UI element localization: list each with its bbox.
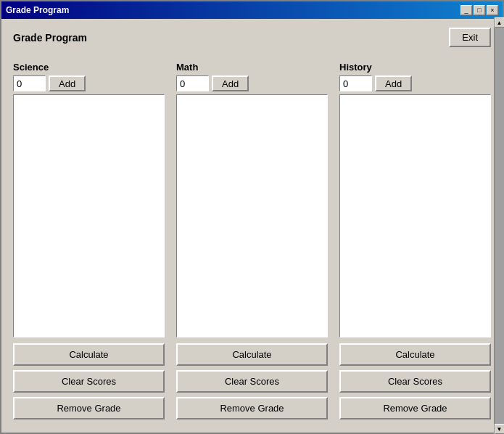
minimize-button[interactable]: _ [460, 5, 472, 15]
column-math: Math Add Calculate Clear Scores Remove G… [176, 62, 328, 424]
window-content: Grade Program Exit Science Add Calculate… [1, 19, 503, 433]
score-list-science [13, 94, 165, 337]
right-scrollbar: ▲ ▼ [494, 17, 504, 434]
score-input-math[interactable] [176, 75, 209, 91]
close-button[interactable]: × [487, 5, 498, 15]
exit-button[interactable]: Exit [449, 28, 491, 47]
remove-grade-button-math[interactable]: Remove Grade [176, 397, 328, 419]
calculate-button-science[interactable]: Calculate [13, 343, 165, 366]
scroll-up-arrow[interactable]: ▲ [495, 17, 505, 28]
column-history: History Add Calculate Clear Scores Remov… [339, 62, 491, 424]
header-row: Grade Program Exit [13, 28, 491, 47]
clear-scores-button-math[interactable]: Clear Scores [176, 370, 328, 393]
maximize-button[interactable]: □ [474, 5, 485, 15]
calculate-button-history[interactable]: Calculate [339, 343, 491, 366]
clear-scores-button-science[interactable]: Clear Scores [13, 370, 165, 393]
remove-grade-button-science[interactable]: Remove Grade [13, 397, 165, 419]
column-science: Science Add Calculate Clear Scores Remov… [13, 62, 165, 424]
score-list-history [339, 94, 491, 337]
title-bar-text: Grade Program [6, 5, 69, 15]
calculate-button-math[interactable]: Calculate [176, 343, 328, 366]
score-input-history[interactable] [339, 75, 372, 91]
add-button-math[interactable]: Add [212, 75, 249, 91]
scroll-down-arrow[interactable]: ▼ [495, 424, 505, 434]
title-bar-controls: _ □ × [460, 5, 498, 15]
title-bar: Grade Program _ □ × [1, 1, 503, 19]
clear-scores-button-history[interactable]: Clear Scores [339, 370, 491, 393]
input-row-math: Add [176, 75, 328, 91]
column-label-science: Science [13, 62, 165, 73]
columns-container: Science Add Calculate Clear Scores Remov… [13, 62, 491, 424]
input-row-science: Add [13, 75, 165, 91]
add-button-science[interactable]: Add [49, 75, 86, 91]
add-button-history[interactable]: Add [375, 75, 412, 91]
column-label-math: Math [176, 62, 328, 73]
score-list-math [176, 94, 328, 337]
column-label-history: History [339, 62, 491, 73]
input-row-history: Add [339, 75, 491, 91]
app-title: Grade Program [13, 32, 87, 44]
score-input-science[interactable] [13, 75, 46, 91]
scroll-track [495, 28, 505, 424]
remove-grade-button-history[interactable]: Remove Grade [339, 397, 491, 419]
